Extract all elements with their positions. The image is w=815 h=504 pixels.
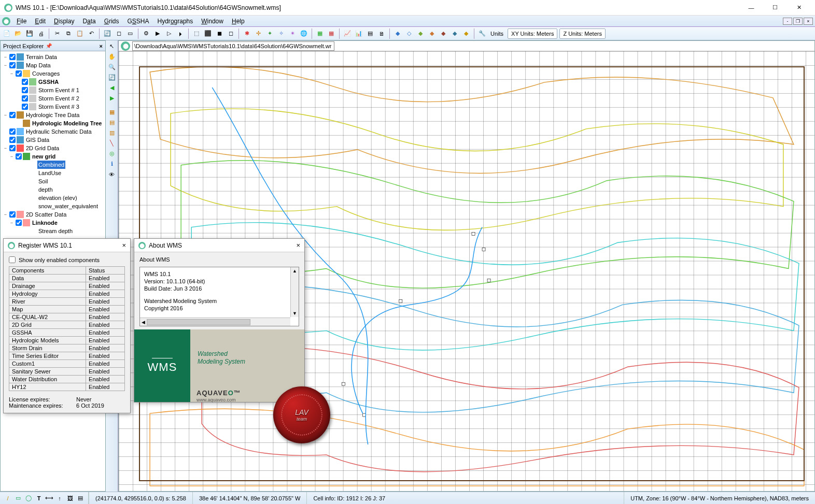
tree-row[interactable]: Hydrologic Modeling Tree bbox=[2, 119, 104, 127]
menu-file[interactable]: FFileile bbox=[12, 17, 31, 26]
tree-checkbox[interactable] bbox=[22, 104, 28, 110]
minimize-button[interactable]: — bbox=[739, 0, 763, 16]
tree-checkbox[interactable] bbox=[9, 54, 16, 60]
tree-row[interactable]: LandUse bbox=[2, 169, 104, 177]
table-row[interactable]: Storm DrainEnabled bbox=[9, 344, 125, 352]
table-row[interactable]: HY12Enabled bbox=[9, 383, 125, 391]
table-row[interactable]: Time Series EditorEnabled bbox=[9, 352, 125, 360]
vt-fwd[interactable]: ▶ bbox=[107, 93, 117, 103]
tree-row[interactable]: Stream depth bbox=[2, 227, 104, 235]
tree-row[interactable]: −Terrain Data bbox=[2, 53, 104, 61]
tb-grid-r[interactable]: ▦ bbox=[326, 28, 336, 39]
tb-run1[interactable]: ▶ bbox=[152, 28, 163, 39]
tb-undo[interactable]: ↶ bbox=[86, 28, 96, 39]
sb-line[interactable]: / bbox=[3, 494, 12, 503]
tb-snap[interactable]: ✧ bbox=[276, 28, 286, 39]
sb-legend[interactable]: ▤ bbox=[76, 494, 85, 503]
tb-arc[interactable]: ✢ bbox=[253, 28, 263, 39]
tb-new[interactable]: 📄 bbox=[2, 28, 12, 39]
tb-m1[interactable]: ◆ bbox=[392, 28, 403, 39]
tb-plan[interactable]: ▭ bbox=[125, 28, 135, 39]
table-row[interactable]: HydrologyEnabled bbox=[9, 290, 125, 298]
show-only-enabled[interactable]: Show only enabled components bbox=[9, 256, 125, 263]
tb-sel2[interactable]: ⬛ bbox=[203, 28, 213, 39]
mdi-minimize[interactable]: - bbox=[783, 18, 792, 25]
table-row[interactable]: RiverEnabled bbox=[9, 298, 125, 306]
tree-row[interactable]: −Hydrologic Tree Data bbox=[2, 111, 104, 119]
tb-run3[interactable]: ⏵ bbox=[175, 28, 186, 39]
tb-frame[interactable]: ◻ bbox=[114, 28, 124, 39]
table-row[interactable]: DrainageEnabled bbox=[9, 282, 125, 290]
tree-checkbox[interactable] bbox=[22, 79, 28, 85]
tb-m2[interactable]: ◇ bbox=[404, 28, 414, 39]
vt-select[interactable]: ↖ bbox=[107, 41, 117, 51]
tb-profile[interactable]: 📈 bbox=[342, 28, 353, 39]
tree-checkbox[interactable] bbox=[9, 128, 16, 135]
tb-sel3[interactable]: ◼ bbox=[214, 28, 224, 39]
sb-north[interactable]: ↑ bbox=[55, 494, 64, 503]
tree-row[interactable]: −Map Data bbox=[2, 61, 104, 69]
table-row[interactable]: Hydrologic ModelsEnabled bbox=[9, 337, 125, 344]
tb-sel1[interactable]: ⬚ bbox=[191, 28, 202, 39]
tb-table[interactable]: ▤ bbox=[365, 28, 375, 39]
tb-m5[interactable]: ◆ bbox=[438, 28, 448, 39]
tree-row[interactable]: −new grid bbox=[2, 152, 104, 161]
tb-grid-s[interactable]: ▦ bbox=[315, 28, 325, 39]
register-close[interactable]: × bbox=[122, 241, 126, 249]
tree-row[interactable]: Storm Event # 3 bbox=[2, 103, 104, 111]
table-row[interactable]: CE-QUAL-W2Enabled bbox=[9, 313, 125, 321]
menu-hydrographs[interactable]: Hydrographs bbox=[153, 17, 198, 26]
tree-checkbox[interactable] bbox=[9, 62, 16, 68]
tree-checkbox[interactable] bbox=[16, 153, 22, 160]
tree-row[interactable]: −2D Scatter Data bbox=[2, 210, 104, 219]
vt-zoom[interactable]: 🔍 bbox=[107, 62, 117, 72]
tree-row[interactable]: Soil bbox=[2, 177, 104, 185]
tb-display-opts[interactable]: ⚙ bbox=[141, 28, 151, 39]
tb-m7[interactable]: ◆ bbox=[461, 28, 471, 39]
tree-row[interactable]: −Linknode bbox=[2, 219, 104, 227]
tb-save[interactable]: 💾 bbox=[24, 28, 35, 39]
table-row[interactable]: MapEnabled bbox=[9, 306, 125, 313]
tree-checkbox[interactable] bbox=[9, 211, 16, 218]
mdi-close[interactable]: × bbox=[804, 18, 813, 25]
tree-row[interactable]: GIS Data bbox=[2, 136, 104, 144]
tree-checkbox[interactable] bbox=[16, 220, 22, 226]
tree-row[interactable]: −2D Grid Data bbox=[2, 144, 104, 152]
tree-row[interactable]: depth bbox=[2, 185, 104, 194]
close-button[interactable]: ✕ bbox=[787, 0, 811, 16]
tree-checkbox[interactable] bbox=[9, 112, 16, 118]
tb-units-icon[interactable]: 🔧 bbox=[477, 28, 487, 39]
z-units[interactable]: Z Units: Meters bbox=[559, 28, 606, 39]
maximize-button[interactable]: ☐ bbox=[763, 0, 787, 16]
tb-props[interactable]: 🗎 bbox=[376, 28, 387, 39]
tb-m3[interactable]: ◆ bbox=[415, 28, 426, 39]
menu-edit[interactable]: Edit bbox=[31, 17, 50, 26]
table-row[interactable]: Sanitary SewerEnabled bbox=[9, 368, 125, 376]
sb-text[interactable]: T bbox=[34, 494, 44, 503]
tb-print[interactable]: 🖨 bbox=[36, 28, 46, 39]
tree-row[interactable]: −Coverages bbox=[2, 69, 104, 78]
tree-row[interactable]: Storm Event # 1 bbox=[2, 86, 104, 94]
tb-copy[interactable]: ⧉ bbox=[63, 28, 74, 39]
tb-paste[interactable]: 📋 bbox=[75, 28, 85, 39]
table-row[interactable]: GSSHAEnabled bbox=[9, 329, 125, 337]
vt-line[interactable]: ╲ bbox=[107, 138, 117, 148]
units-label[interactable]: Units bbox=[488, 31, 505, 37]
menu-gssha[interactable]: GSSHA bbox=[123, 17, 153, 26]
pin-icon[interactable]: 📌 bbox=[46, 43, 52, 49]
table-row[interactable]: Water DistributionEnabled bbox=[9, 376, 125, 383]
show-only-checkbox[interactable] bbox=[9, 256, 16, 263]
tb-run2[interactable]: ▷ bbox=[164, 28, 174, 39]
vt-grid1[interactable]: ▦ bbox=[107, 107, 117, 117]
sb-rect[interactable]: ▭ bbox=[13, 494, 23, 503]
sb-img[interactable]: 🖼 bbox=[65, 494, 75, 503]
vt-grid2[interactable]: ▤ bbox=[107, 118, 117, 127]
path-input[interactable] bbox=[132, 41, 334, 51]
tb-refresh[interactable]: 🔄 bbox=[102, 28, 113, 39]
about-hscroll[interactable] bbox=[140, 318, 290, 326]
menu-display[interactable]: Display bbox=[50, 17, 78, 26]
tree-row[interactable]: elevation (elev) bbox=[2, 194, 104, 202]
tb-globe[interactable]: 🌐 bbox=[299, 28, 309, 39]
tree-row[interactable]: Combined bbox=[2, 161, 104, 169]
table-row[interactable]: Custom1Enabled bbox=[9, 360, 125, 368]
